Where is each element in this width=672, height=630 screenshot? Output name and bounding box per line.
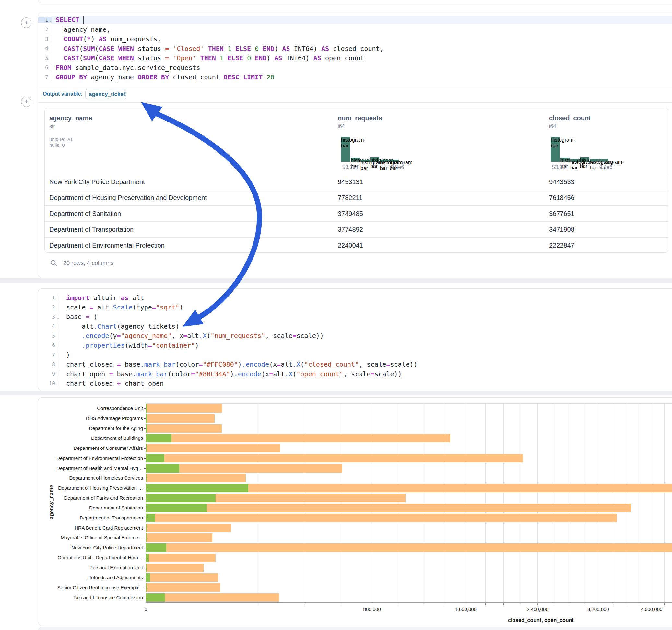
chart-bar-closed[interactable]	[146, 583, 220, 592]
chart-bar-open[interactable]	[146, 524, 146, 532]
code-line[interactable]: 1⌄SELECT	[38, 15, 672, 25]
chart-bar-open[interactable]	[146, 414, 147, 422]
output-variable-input[interactable]: agency_tickets	[85, 89, 126, 99]
chart-bar-open[interactable]	[146, 474, 146, 482]
collapse-chevron-icon[interactable]: ⌄	[50, 19, 51, 22]
code-line[interactable]: 7GROUP BY agency_name ORDER BY closed_co…	[38, 72, 672, 82]
table-cell-num-requests[interactable]: 3749485	[338, 210, 363, 217]
column-header[interactable]: num_requests	[338, 114, 382, 122]
code-line[interactable]: 3⌄base = (	[38, 312, 672, 321]
chart-y-label: Taxi and Limousine Commission	[39, 595, 143, 600]
table-cell-num-requests[interactable]: 3774892	[338, 226, 363, 233]
table-cell-closed-count[interactable]: 3677651	[549, 210, 574, 217]
code-line[interactable]: 3 COUNT(*) AS num_requests,	[38, 34, 672, 44]
chart-bar-open[interactable]	[146, 464, 179, 472]
chart-x-tick-label: 0	[145, 606, 147, 612]
chart-x-tick-label: 1,600,000	[455, 606, 477, 612]
code-line[interactable]: 10chart_closed + chart_open	[38, 379, 672, 388]
code-line[interactable]: 4 alt.Chart(agency_tickets)	[38, 321, 672, 331]
table-cell-agency-name[interactable]: New York City Police Department	[49, 178, 145, 186]
chart-bar-closed[interactable]	[146, 434, 450, 442]
chart-bar-open[interactable]	[146, 504, 207, 512]
chart-bar-closed[interactable]	[146, 533, 212, 542]
collapse-chevron-icon[interactable]: ⌄	[57, 316, 59, 319]
next-cell-edge	[38, 627, 672, 630]
add-cell-button-middle[interactable]: +	[21, 97, 31, 107]
chart-bar-closed[interactable]	[146, 504, 631, 512]
chart-bar-open[interactable]	[146, 583, 146, 592]
code-line[interactable]: 2 agency_name,	[38, 25, 672, 34]
code-line[interactable]: 8chart_closed = base.mark_bar(color="#FF…	[38, 360, 672, 369]
chart-bar-open[interactable]	[146, 543, 166, 552]
code-line[interactable]: 7)	[38, 350, 672, 359]
table-cell-agency-name[interactable]: Department of Transportation	[49, 226, 134, 233]
column-stat: nulls: 0	[49, 142, 65, 148]
chart-x-axis-title: closed_count, open_count	[508, 617, 574, 623]
false: histogram-bar	[341, 137, 350, 162]
code-line[interactable]: 2scale = alt.Scale(type="sqrt")	[38, 302, 672, 312]
table-cell-closed-count[interactable]: 7618456	[549, 194, 574, 201]
column-header[interactable]: closed_count	[549, 114, 591, 122]
chart-bar-open[interactable]	[146, 563, 146, 572]
chart-bar-open[interactable]	[146, 554, 149, 562]
code-line[interactable]: 9chart_open = base.mark_bar(color="#8BC3…	[38, 369, 672, 379]
chart-bar-open[interactable]	[146, 434, 171, 442]
chart-x-tick	[598, 603, 598, 605]
table-cell-agency-name[interactable]: Department of Environmental Protection	[49, 242, 165, 249]
chart-y-label: Senior Citizen Rent Increase Exempti…	[39, 585, 143, 590]
chart-bar-closed[interactable]	[146, 573, 218, 582]
chart-bar-closed[interactable]	[146, 474, 246, 482]
table-footer: 20 rows, 4 columns	[50, 259, 114, 267]
chart-bar-closed[interactable]	[146, 414, 215, 422]
table-cell-num-requests[interactable]: 9453131	[338, 178, 363, 186]
chart-bar-closed[interactable]	[146, 593, 279, 602]
table-cell-num-requests[interactable]: 7782211	[338, 194, 362, 201]
table-cell-agency-name[interactable]: Department of Housing Preservation and D…	[49, 194, 207, 201]
code-line[interactable]: 5 CAST(SUM(CASE WHEN status = 'Open' THE…	[38, 53, 672, 63]
line-number: 3⌄	[38, 314, 59, 320]
chart-x-tick	[372, 603, 373, 605]
table-cell-agency-name[interactable]: Department of Sanitation	[49, 210, 121, 217]
chart-bar-open[interactable]	[146, 573, 150, 582]
chart-bar-open[interactable]	[146, 454, 164, 462]
chart-bar-closed[interactable]	[146, 404, 222, 413]
table-cell-closed-count[interactable]: 2222847	[549, 242, 574, 249]
chart-bar-closed[interactable]	[146, 524, 231, 532]
chart-bar-closed[interactable]	[146, 424, 222, 433]
column-header[interactable]: agency_name	[49, 114, 92, 122]
chart-bar-open[interactable]	[146, 444, 147, 453]
sql-code-editor[interactable]: 1⌄SELECT 2 agency_name,3 COUNT(*) AS num…	[38, 15, 672, 82]
table-cell-num-requests[interactable]: 2240041	[338, 242, 363, 249]
chart-bar-closed[interactable]	[146, 563, 203, 572]
chart-x-tick	[626, 603, 626, 605]
code-line[interactable]: 6 .properties(width="container")	[38, 341, 672, 350]
chart-bar-closed[interactable]	[146, 554, 216, 562]
chart-bar-closed[interactable]	[146, 543, 672, 552]
chart-bar-open[interactable]	[146, 593, 165, 602]
chart-bar-closed[interactable]	[146, 444, 280, 453]
code-line[interactable]: 6FROM sample_data.nyc.service_requests	[38, 63, 672, 72]
chart-bar-open[interactable]	[146, 404, 147, 413]
chart-x-tick-label: 2,400,000	[527, 606, 549, 612]
table-cell-closed-count[interactable]: 9443533	[549, 178, 574, 186]
code-text: )	[59, 351, 672, 359]
chart-bar-open[interactable]	[146, 484, 248, 492]
chart-bar-open[interactable]	[146, 424, 147, 433]
chart-bar-open[interactable]	[146, 494, 216, 502]
column-type: i64	[338, 123, 344, 129]
search-icon[interactable]	[50, 260, 57, 267]
code-line[interactable]: 5 .encode(y="agency_name", x=alt.X("num_…	[38, 331, 672, 341]
python-code-editor[interactable]: 1import altair as alt2scale = alt.Scale(…	[38, 293, 672, 388]
code-text: base = (	[59, 313, 672, 320]
chart-bar-closed[interactable]	[146, 514, 617, 522]
chart-y-label: Operations Unit - Department of Hom…	[39, 555, 143, 560]
table-cell-closed-count[interactable]: 3471908	[549, 226, 574, 233]
chart-x-tick	[399, 603, 399, 605]
chart-bar-open[interactable]	[146, 533, 146, 542]
chart-bar-closed[interactable]	[146, 454, 523, 462]
add-cell-button-top[interactable]: +	[21, 18, 31, 28]
code-line[interactable]: 4 CAST(SUM(CASE WHEN status = 'Closed' T…	[38, 44, 672, 53]
chart-bar-open[interactable]	[146, 514, 155, 522]
text-cursor	[83, 16, 83, 24]
code-line[interactable]: 1import altair as alt	[38, 293, 672, 302]
